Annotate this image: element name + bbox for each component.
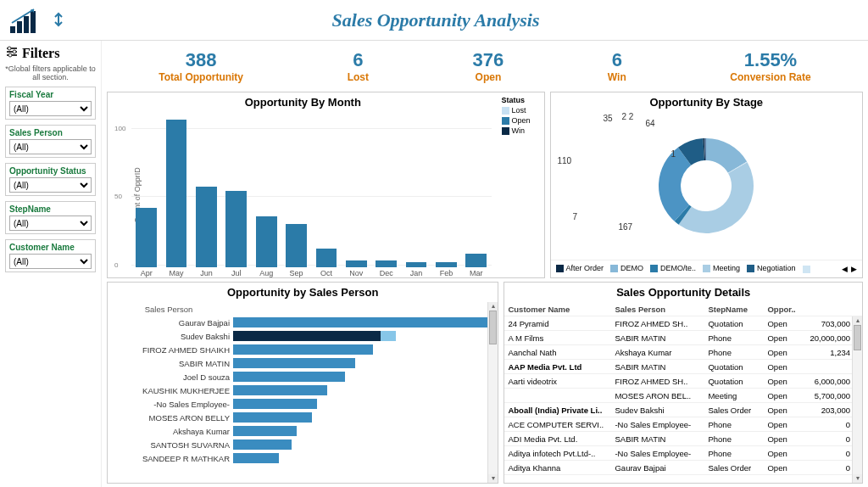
legend-prev-icon[interactable]: ◀ — [842, 265, 848, 273]
bar[interactable] — [406, 262, 427, 267]
legend-next-icon[interactable]: ▶ — [851, 265, 857, 273]
legend-item[interactable]: Negotiation — [747, 264, 796, 272]
chart-title: Opportunity By Month — [108, 92, 498, 112]
kpi-row: 388Total Opportunity6Lost376Open6Win1.55… — [107, 44, 863, 88]
table-row[interactable]: MOSES ARON BEL..MeetingOpen5,700,000 — [504, 389, 862, 403]
hbar[interactable] — [233, 331, 381, 341]
logo-icon — [7, 5, 47, 36]
table-header: Customer Name Sales Person StepName Oppo… — [504, 302, 862, 316]
legend-item[interactable]: Meeting — [703, 264, 740, 272]
scroll-up-icon[interactable]: ▴ — [488, 302, 498, 311]
scrollbar[interactable]: ▴ ▾ — [852, 316, 862, 483]
hbar[interactable] — [233, 317, 487, 327]
bar[interactable] — [376, 260, 397, 267]
bar[interactable] — [316, 249, 337, 267]
salesperson-label: Joel D souza — [108, 370, 230, 383]
x-tick: May — [170, 269, 184, 277]
table-row[interactable]: Aditya KhannaGaurav BajpaiSales OrderOpe… — [504, 461, 862, 475]
table-row[interactable]: Aditya infotech Pvt.Ltd-..-No Sales Empl… — [504, 446, 862, 461]
kpi-label: Lost — [348, 71, 369, 83]
bar[interactable] — [136, 208, 157, 267]
filter-label: Fiscal Year — [9, 90, 92, 99]
legend-item[interactable]: DEMO — [610, 264, 643, 272]
hbar-overlay[interactable] — [381, 331, 396, 341]
filter-select-customer name[interactable]: (All) — [9, 254, 92, 269]
legend-item[interactable]: After Order — [556, 264, 604, 272]
hbar[interactable] — [233, 453, 279, 463]
stage-legend: After OrderDEMODEMO/te..MeetingNegotiati… — [551, 260, 863, 277]
table-row[interactable]: ACE COMPUTER SERVI..-No Sales Employee-P… — [504, 417, 862, 432]
salesperson-label: -No Sales Employee- — [108, 397, 230, 411]
scrollbar[interactable]: ▴ ▾ — [487, 302, 498, 483]
table-row[interactable]: Aboall (India) Private Li..Sudev BakshiS… — [504, 403, 862, 417]
salesperson-label: Sudev Bakshi — [108, 329, 230, 343]
hbar[interactable] — [233, 439, 292, 450]
salesperson-label: SANTOSH SUVARNA — [108, 438, 230, 451]
filter-select-fiscal year[interactable]: (All) — [9, 101, 92, 116]
legend-item[interactable]: Win — [502, 126, 541, 135]
kpi-label: Open — [473, 71, 504, 83]
x-tick: Jan — [410, 269, 423, 277]
svg-rect-1 — [17, 21, 22, 33]
filter-select-stepname[interactable]: (All) — [9, 216, 92, 231]
filters-icon — [5, 46, 19, 61]
hbar[interactable] — [233, 385, 327, 395]
scroll-up-icon[interactable]: ▴ — [853, 316, 862, 325]
table-row[interactable]: Aanchal NathAkshaya KumarPhoneOpen1,234 — [504, 345, 862, 360]
chart-title: Opportunity By Stage — [551, 92, 863, 112]
filter-select-sales person[interactable]: (All) — [9, 139, 92, 154]
svg-point-8 — [8, 47, 11, 50]
col-salesperson[interactable]: Sales Person — [615, 305, 708, 314]
legend-item[interactable]: DEMO/te.. — [650, 264, 696, 272]
opportunity-by-salesperson-panel: Opportunity by Sales Person Sales Person… — [107, 282, 498, 484]
salesperson-label: KAUSHIK MUKHERJEE — [108, 383, 230, 397]
scroll-thumb[interactable] — [854, 325, 861, 350]
legend-item[interactable]: Open — [502, 116, 541, 125]
salesperson-label: SANDEEP R MATHKAR — [108, 451, 230, 465]
hbar[interactable] — [233, 426, 297, 436]
col-customer[interactable]: Customer Name — [504, 305, 615, 314]
bar[interactable] — [465, 254, 487, 267]
scroll-down-icon[interactable]: ▾ — [488, 474, 498, 483]
hbar[interactable] — [233, 372, 345, 382]
legend-item[interactable] — [803, 266, 810, 273]
opportunity-by-month-panel: Opportunity By Month Count of OpprID 0 5… — [107, 92, 545, 278]
bar[interactable] — [166, 120, 187, 267]
salesperson-label: Akshaya Kumar — [108, 424, 230, 438]
table-row[interactable]: AAP Media Pvt. LtdSABIR MATINQuotationOp… — [504, 360, 862, 374]
bar[interactable] — [346, 260, 367, 267]
hbar[interactable] — [233, 399, 317, 409]
col-oppor[interactable]: Oppor.. — [767, 305, 810, 314]
salesperson-label: MOSES ARON BELLY — [108, 411, 230, 424]
table-row[interactable]: 24 PyramidFIROZ AHMED SH..QuotationOpen7… — [504, 316, 862, 331]
bar[interactable] — [436, 262, 457, 267]
x-tick: Oct — [320, 269, 332, 277]
filters-note: *Global filters applicable to all sectio… — [5, 64, 96, 81]
bar[interactable] — [256, 216, 277, 267]
scroll-down-icon[interactable]: ▾ — [853, 474, 862, 483]
table-row[interactable]: ADI Media Pvt. Ltd.SABIR MATINPhoneOpen0 — [504, 432, 862, 446]
x-tick: Feb — [440, 269, 453, 277]
hbar[interactable] — [233, 358, 355, 368]
kpi-label: Total Opportunity — [159, 71, 243, 83]
bar[interactable] — [196, 187, 217, 267]
table-row[interactable]: Aarti videotrixFIROZ AHMED SH..Quotation… — [504, 374, 862, 389]
bar[interactable] — [225, 191, 247, 267]
hbar[interactable] — [233, 344, 373, 355]
salesperson-label: FIROZ AHMED SHAIKH — [108, 343, 230, 356]
scroll-thumb[interactable] — [489, 311, 497, 344]
filter-label: Customer Name — [9, 243, 92, 252]
filter-select-opportunity status[interactable]: (All) — [9, 177, 92, 193]
hbar[interactable] — [233, 412, 312, 423]
kpi-value: 6 — [348, 49, 369, 71]
donut-slice[interactable] — [679, 162, 754, 233]
x-tick: Mar — [470, 269, 483, 277]
kpi-label: Conversion Rate — [730, 71, 810, 83]
col-stepname[interactable]: StepName — [708, 305, 767, 314]
expand-icon[interactable] — [47, 12, 70, 29]
status-legend: StatusLostOpenWin — [498, 92, 544, 277]
table-row[interactable]: A M FilmsSABIR MATINPhoneOpen20,000,000 — [504, 331, 862, 345]
legend-item[interactable]: Lost — [502, 106, 541, 115]
bar[interactable] — [286, 224, 307, 267]
kpi-label: Win — [608, 71, 626, 83]
